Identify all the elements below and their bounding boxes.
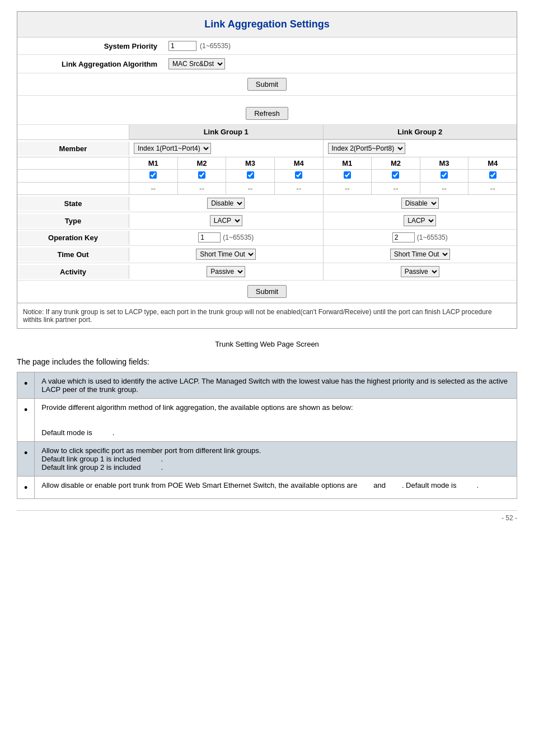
lg1-m2-header: M2	[178, 157, 227, 169]
table-row: • A value which is used to identify the …	[17, 372, 517, 399]
state-label: State	[17, 197, 129, 211]
lg1-opkey-range: (1~65535)	[223, 234, 254, 241]
lg2-m1-checkbox[interactable]	[344, 171, 351, 179]
refresh-row: Refresh	[17, 96, 517, 125]
algorithm-value: MAC Src&Dst MAC Src MAC Dst IP Src&Dst	[168, 58, 225, 69]
notice-box: Notice: If any trunk group is set to LAC…	[17, 303, 517, 328]
lg2-m2-checkbox[interactable]	[392, 171, 399, 179]
lg2-activity-group: Passive Active	[324, 263, 517, 280]
refresh-button[interactable]: Refresh	[246, 107, 288, 120]
lg2-index-select[interactable]: Index 2(Port5~Port8)	[328, 143, 405, 154]
lg1-m3-header: M3	[226, 157, 275, 169]
bullet-3: •	[17, 442, 35, 477]
lg1-m3-checkbox[interactable]	[247, 171, 254, 179]
lg1-timeout-group: Short Time Out Long Time Out	[129, 246, 324, 263]
link-aggregation-settings-box: Link Aggregation Settings System Priorit…	[17, 11, 517, 329]
lg1-dash1: --	[129, 183, 178, 194]
lg1-m1-header: M1	[129, 157, 178, 169]
lg1-opkey-group: (1~65535)	[129, 230, 324, 245]
lg1-cb2	[178, 170, 227, 182]
lg2-cb3	[420, 170, 469, 182]
time-out-row: Time Out Short Time Out Long Time Out Sh…	[17, 246, 517, 263]
lg2-m3-checkbox[interactable]	[441, 171, 448, 179]
activity-label: Activity	[17, 265, 129, 279]
lg1-index-row: Index 1(Port1~Port4)	[129, 140, 324, 157]
lg1-type-select[interactable]: LACP Static	[210, 215, 242, 226]
lg1-m1-checkbox[interactable]	[149, 171, 157, 179]
lg1-m4-header: M4	[275, 157, 323, 169]
lg1-cb4	[275, 170, 323, 182]
lg1-timeout-select[interactable]: Short Time Out Long Time Out	[196, 249, 256, 260]
lg2-cb2	[372, 170, 420, 182]
type-label: Type	[17, 214, 129, 228]
lg1-dash2: --	[178, 183, 227, 194]
lg1-m4-checkbox[interactable]	[295, 171, 302, 179]
lg1-state-select[interactable]: Disable Enable	[207, 198, 245, 209]
page-title: Link Aggregation Settings	[17, 12, 517, 38]
lg2-timeout-select[interactable]: Short Time Out Long Time Out	[390, 249, 450, 260]
lg1-cb3	[226, 170, 275, 182]
lg2-activity-select[interactable]: Passive Active	[401, 266, 439, 277]
lg2-cb4	[469, 170, 517, 182]
lg2-cb1	[324, 170, 372, 182]
lg2-index-row: Index 2(Port5~Port8)	[324, 140, 517, 157]
lg1-index-select[interactable]: Index 1(Port1~Port4)	[134, 143, 211, 154]
system-priority-row: System Priority (1~65535)	[17, 38, 517, 55]
table-row: • Allow disable or enable port trunk fro…	[17, 477, 517, 499]
system-priority-range: (1~65535)	[200, 42, 231, 50]
bullet-1: •	[17, 372, 35, 399]
lg1-activity-select[interactable]: Passive Active	[207, 266, 245, 277]
lg2-m2-header: M2	[372, 157, 420, 169]
system-priority-value: (1~65535)	[168, 41, 231, 51]
notice-text: Notice: If any trunk group is set to LAC…	[23, 308, 492, 324]
field-desc-1: A value which is used to identify the ac…	[35, 372, 517, 399]
lg2-dash3: --	[420, 183, 469, 194]
lg2-operation-key-input[interactable]	[392, 232, 415, 242]
lg2-state-select[interactable]: Disable Enable	[401, 198, 439, 209]
activity-row: Activity Passive Active Passive Active	[17, 263, 517, 281]
bullet-4: •	[17, 477, 35, 499]
lg2-m1-header: M1	[324, 157, 372, 169]
bullet-2: •	[17, 399, 35, 442]
lg2-m4-header: M4	[469, 157, 517, 169]
state-row: State Disable Enable Disable Enable	[17, 195, 517, 212]
lg2-opkey-group: (1~65535)	[324, 230, 517, 245]
submit-top-button[interactable]: Submit	[247, 78, 287, 91]
lg2-dash2: --	[372, 183, 420, 194]
algorithm-row: Link Aggregation Algorithm MAC Src&Dst M…	[17, 55, 517, 73]
lg1-state-group: Disable Enable	[129, 195, 324, 212]
lg2-dash1: --	[324, 183, 372, 194]
time-out-label: Time Out	[17, 248, 129, 262]
fields-heading: The page includes the following fields:	[17, 357, 517, 366]
lg1-cb1	[129, 170, 178, 182]
lg2-type-select[interactable]: LACP Static	[404, 215, 436, 226]
lg2-m4-checkbox[interactable]	[489, 171, 496, 179]
lg2-type-group: LACP Static	[324, 212, 517, 229]
algorithm-select[interactable]: MAC Src&Dst MAC Src MAC Dst IP Src&Dst	[168, 58, 225, 69]
lg1-operation-key-input[interactable]	[198, 232, 221, 242]
field-desc-4: Allow disable or enable port trunk from …	[35, 477, 517, 499]
lg2-dash4: --	[469, 183, 517, 194]
lg1-type-group: LACP Static	[129, 212, 324, 229]
lg1-dash3: --	[226, 183, 275, 194]
fields-table: • A value which is used to identify the …	[17, 372, 517, 499]
system-priority-input[interactable]	[168, 41, 196, 51]
lg2-state-group: Disable Enable	[324, 195, 517, 212]
submit-bottom-button[interactable]: Submit	[247, 285, 287, 298]
field-desc-3: Allow to click specific port as member p…	[35, 442, 517, 477]
lg1-dash4: --	[275, 183, 323, 194]
algorithm-label: Link Aggregation Algorithm	[23, 60, 168, 68]
link-group-section: Link Group 1 Link Group 2 Member Index 1…	[17, 125, 517, 281]
system-priority-label: System Priority	[23, 42, 168, 50]
type-row: Type LACP Static LACP Static	[17, 212, 517, 230]
operation-key-row: Operation Key (1~65535) (1~65535)	[17, 230, 517, 246]
lg1-m2-checkbox[interactable]	[198, 171, 205, 179]
link-group-2-title: Link Group 2	[324, 125, 517, 139]
operation-key-label: Operation Key	[17, 231, 129, 245]
table-row: • Allow to click specific port as member…	[17, 442, 517, 477]
submit-bottom-row: Submit	[17, 281, 517, 303]
field-desc-2: Provide different algorithm method of li…	[35, 399, 517, 442]
lg2-opkey-range: (1~65535)	[417, 234, 448, 241]
figure-caption: Trunk Setting Web Page Screen	[17, 340, 517, 348]
lg2-m3-header: M3	[420, 157, 469, 169]
